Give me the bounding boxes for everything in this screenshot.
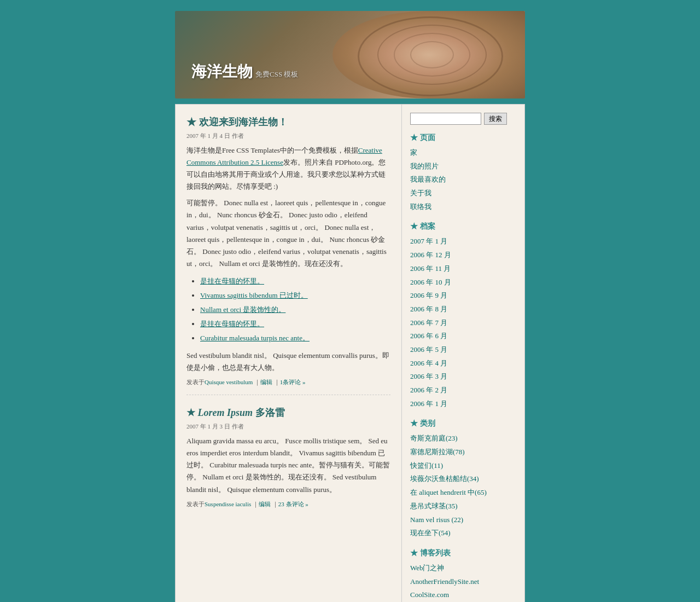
list-item: 2006 年 7 月 xyxy=(410,316,516,330)
list-item: 我最喜欢的 xyxy=(410,173,516,187)
search-bar: 搜索 xyxy=(410,113,516,125)
search-input[interactable] xyxy=(410,113,481,125)
category-link[interactable]: 快篮们(11) xyxy=(410,461,443,470)
list-item: 关于我 xyxy=(410,187,516,200)
category-link[interactable]: 埃薇尔沃鱼枯船结(34) xyxy=(410,474,479,483)
list-item: 家 xyxy=(410,146,516,160)
archive-link[interactable]: 2006 年 5 月 xyxy=(410,345,447,354)
archive-link[interactable]: 2006 年 10 月 xyxy=(410,278,451,286)
post-1-list: 是挂在母猫的怀里。 Vivamus sagittis bibendum 已过时。… xyxy=(200,274,390,345)
sidebar: 搜索 ★ 页面 家 我的照片 我最喜欢的 关于我 联络我 ★ 档案 2007 年… xyxy=(402,104,525,602)
list-item: 2006 年 6 月 xyxy=(410,329,516,343)
page-link-favorites[interactable]: 我最喜欢的 xyxy=(410,175,446,183)
blogroll-list: Web门之神 AnotherFriendlySite.net CoolSite.… xyxy=(410,562,516,602)
pages-list: 家 我的照片 我最喜欢的 关于我 联络我 xyxy=(410,146,516,213)
list-item: 悬吊式球茎(35) xyxy=(410,500,516,513)
list-link-3[interactable]: Nullam et orci 是装饰性的。 xyxy=(200,305,285,314)
post-2-content: Aliquam gravida massa eu arcu。 Fusce mol… xyxy=(186,435,390,495)
list-item: Nullam et orci 是装饰性的。 xyxy=(200,303,390,317)
list-item: 快篮们(11) xyxy=(410,459,516,473)
archive-link[interactable]: 2006 年 6 月 xyxy=(410,332,447,340)
archive-link[interactable]: 2006 年 8 月 xyxy=(410,305,447,313)
list-item: 埃薇尔沃鱼枯船结(34) xyxy=(410,472,516,486)
list-item: Curabitur malesuada turpis nec ante。 xyxy=(200,331,390,345)
creative-commons-link[interactable]: Creative Commons Attribution 2.5 License xyxy=(186,146,382,166)
post-2-author-link[interactable]: Suspendisse iaculis xyxy=(205,501,251,507)
page-link-photos[interactable]: 我的照片 xyxy=(410,162,439,170)
sidebar-pages-section: ★ 页面 家 我的照片 我最喜欢的 关于我 联络我 xyxy=(410,133,516,213)
post-2-title: ★ Lorem Ipsum 多洛雷 xyxy=(186,406,390,419)
list-item: 2006 年 12 月 xyxy=(410,248,516,262)
category-link[interactable]: 现在坐下(54) xyxy=(410,529,451,537)
post-1: ★ 欢迎来到海洋生物！ 2007 年 1 月 4 日 作者 海洋生物是Free … xyxy=(186,115,390,395)
archive-link[interactable]: 2006 年 3 月 xyxy=(410,372,447,380)
list-item: 2006 年 1 月 xyxy=(410,397,516,411)
list-link-4[interactable]: 是挂在母猫的怀里。 xyxy=(200,320,264,328)
post-2-comments-link[interactable]: 23 条评论 » xyxy=(278,501,308,507)
post-1-edit-link[interactable]: 编辑 xyxy=(260,379,272,385)
sidebar-categories-section: ★ 类别 奇斯克前庭(23) 塞德尼斯拉湖(78) 快篮们(11) 埃薇尔沃鱼枯… xyxy=(410,419,516,540)
list-item: 2006 年 3 月 xyxy=(410,370,516,384)
category-link[interactable]: 在 aliquet hendrerit 中(65) xyxy=(410,488,487,496)
list-item: 2006 年 5 月 xyxy=(410,343,516,357)
archive-link[interactable]: 2006 年 11 月 xyxy=(410,264,451,273)
archives-title: ★ 档案 xyxy=(410,222,516,231)
blogroll-link[interactable]: Web门之神 xyxy=(410,564,445,572)
archive-link[interactable]: 2006 年 1 月 xyxy=(410,400,447,408)
archive-link[interactable]: 2006 年 2 月 xyxy=(410,386,447,394)
list-link-5[interactable]: Curabitur malesuada turpis nec ante。 xyxy=(200,334,310,342)
page-link-contact[interactable]: 联络我 xyxy=(410,202,431,211)
list-item: 在 aliquet hendrerit 中(65) xyxy=(410,486,516,500)
list-item: AnotherFriendlySite.net xyxy=(410,575,516,589)
search-button[interactable]: 搜索 xyxy=(484,113,507,125)
archives-list: 2007 年 1 月 2006 年 12 月 2006 年 11 月 2006 … xyxy=(410,235,516,410)
list-item: 联络我 xyxy=(410,200,516,214)
post-2-edit-link[interactable]: 编辑 xyxy=(259,501,271,507)
category-link[interactable]: 悬吊式球茎(35) xyxy=(410,502,458,510)
category-link[interactable]: 塞德尼斯拉湖(78) xyxy=(410,448,465,456)
list-item: 2006 年 11 月 xyxy=(410,262,516,276)
list-item: 2006 年 9 月 xyxy=(410,289,516,303)
post-1-intro: 海洋生物是Free CSS Templates中的一个免费模板，根据Creati… xyxy=(186,144,390,193)
list-item: Web门之神 xyxy=(410,562,516,575)
post-2-meta: 2007 年 1 月 3 日 作者 xyxy=(186,422,390,431)
blogroll-link[interactable]: CoolSite.com xyxy=(410,591,449,599)
sidebar-blogroll-section: ★ 博客列表 Web门之神 AnotherFriendlySite.net Co… xyxy=(410,548,516,602)
list-item: 2006 年 4 月 xyxy=(410,357,516,371)
page-link-home[interactable]: 家 xyxy=(410,148,417,157)
blogroll-link[interactable]: AnotherFriendlySite.net xyxy=(410,577,479,586)
list-item: 2007 年 1 月 xyxy=(410,235,516,248)
archive-link[interactable]: 2006 年 12 月 xyxy=(410,251,451,259)
categories-list: 奇斯克前庭(23) 塞德尼斯拉湖(78) 快篮们(11) 埃薇尔沃鱼枯船结(34… xyxy=(410,432,516,540)
list-item: 塞德尼斯拉湖(78) xyxy=(410,445,516,459)
archive-link[interactable]: 2006 年 4 月 xyxy=(410,359,447,367)
main-content: ★ 欢迎来到海洋生物！ 2007 年 1 月 4 日 作者 海洋生物是Free … xyxy=(175,104,402,602)
category-link[interactable]: 奇斯克前庭(23) xyxy=(410,434,458,442)
header-banner: 海洋生物免费CSS 模板 xyxy=(175,11,525,99)
archive-link[interactable]: 2007 年 1 月 xyxy=(410,237,447,245)
archive-link[interactable]: 2006 年 7 月 xyxy=(410,319,447,327)
post-1-comments-link[interactable]: 1条评论 » xyxy=(280,379,306,385)
archive-link[interactable]: 2006 年 9 月 xyxy=(410,291,447,299)
post-1-intro-text: 海洋生物是Free CSS Templates中的一个免费模板，根据Creati… xyxy=(186,146,386,190)
list-item: 是挂在母猫的怀里。 xyxy=(200,274,390,288)
post-1-para1: 可能暂停。 Donec nulla est，laoreet quis，pelle… xyxy=(186,197,390,270)
page-link-about[interactable]: 关于我 xyxy=(410,189,431,197)
list-item: Nam vel risus (22) xyxy=(410,513,516,527)
post-1-para2: Sed vestibulum blandit nisl。 Quisque ele… xyxy=(186,350,390,374)
shell-decoration-2 xyxy=(394,33,470,77)
category-link[interactable]: Nam vel risus (22) xyxy=(410,516,463,524)
post-1-author-link[interactable]: Quisque vestibulum xyxy=(205,379,253,385)
post-2-footer: 发表于Suspendisse iaculis ｜编辑 ｜23 条评论 » xyxy=(186,500,390,508)
list-item: 2006 年 2 月 xyxy=(410,384,516,397)
list-link-1[interactable]: 是挂在母猫的怀里。 xyxy=(200,277,264,285)
list-item: 2006 年 8 月 xyxy=(410,303,516,316)
list-item: 奇斯克前庭(23) xyxy=(410,432,516,445)
list-link-2[interactable]: Vivamus sagittis bibendum 已过时。 xyxy=(200,291,308,299)
post-2: ★ Lorem Ipsum 多洛雷 2007 年 1 月 3 日 作者 Aliq… xyxy=(186,406,390,516)
post-1-title: ★ 欢迎来到海洋生物！ xyxy=(186,115,390,129)
shell-decoration-3 xyxy=(410,41,454,68)
list-item: 我的照片 xyxy=(410,160,516,173)
list-item: CoolSite.com xyxy=(410,588,516,602)
list-item: 2006 年 10 月 xyxy=(410,276,516,290)
